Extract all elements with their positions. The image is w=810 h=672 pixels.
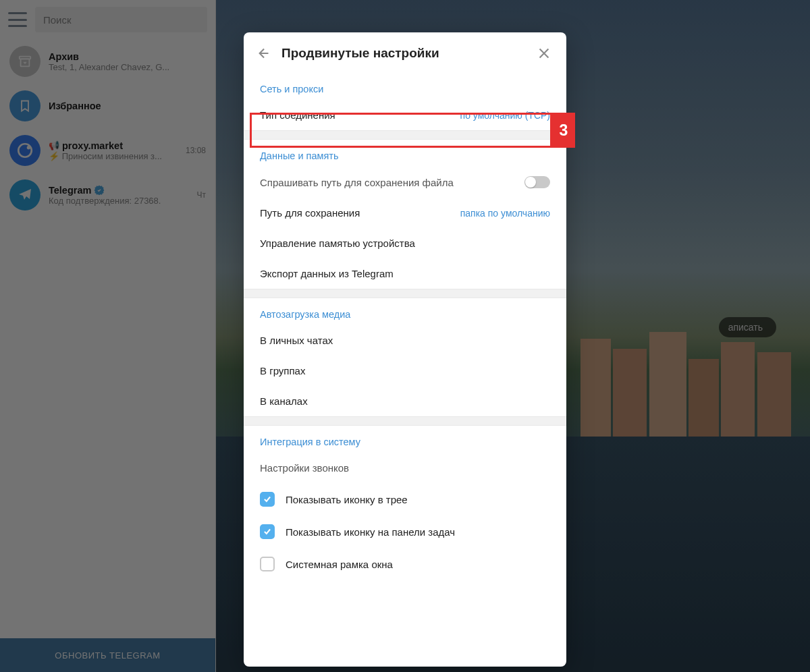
- call-settings-row[interactable]: Настройки звонков: [244, 453, 566, 483]
- section-title-data: Данные и память: [244, 140, 566, 167]
- native-frame-row[interactable]: Системная рамка окна: [244, 548, 566, 580]
- autoload-private-row[interactable]: В личных чатах: [244, 325, 566, 356]
- row-label: Спрашивать путь для сохранения файла: [260, 177, 454, 188]
- checkbox[interactable]: [260, 524, 275, 539]
- row-label: Экспорт данных из Telegram: [260, 268, 394, 279]
- toggle-switch[interactable]: [524, 176, 550, 188]
- checkbox[interactable]: [260, 557, 275, 571]
- export-data-row[interactable]: Экспорт данных из Telegram: [244, 258, 566, 289]
- manage-memory-row[interactable]: Управление памятью устройства: [244, 228, 566, 258]
- app-root: Поиск Архив Test, 1, Alexander Chavez, G…: [0, 0, 810, 672]
- section-title-autoload: Автозагрузка медиа: [244, 298, 566, 325]
- modal-overlay[interactable]: Продвинутые настройки Сеть и прокси Тип …: [0, 0, 810, 672]
- tray-icon-row[interactable]: Показывать иконку в трее: [244, 483, 566, 515]
- row-value: папка по умолчанию: [460, 208, 550, 219]
- close-button[interactable]: [537, 46, 551, 61]
- save-path-row[interactable]: Путь для сохранения папка по умолчанию: [244, 198, 566, 228]
- connection-type-row[interactable]: Тип соединения по умолчанию (TCP): [244, 100, 566, 130]
- section-title-network: Сеть и прокси: [244, 73, 566, 100]
- row-label: Управление памятью устройства: [260, 237, 415, 249]
- modal-title: Продвинутые настройки: [281, 46, 527, 61]
- ask-save-path-row[interactable]: Спрашивать путь для сохранения файла: [244, 167, 566, 198]
- modal-header: Продвинутые настройки: [244, 32, 566, 73]
- section-title-system: Интеграция в систему: [244, 426, 566, 453]
- advanced-settings-modal: Продвинутые настройки Сеть и прокси Тип …: [244, 32, 566, 667]
- checkbox[interactable]: [260, 492, 275, 507]
- back-button[interactable]: [257, 46, 272, 61]
- row-label: Тип соединения: [260, 109, 335, 121]
- row-label: Путь для сохранения: [260, 207, 360, 219]
- modal-body: Сеть и прокси Тип соединения по умолчани…: [244, 73, 566, 667]
- annotation-badge: 3: [552, 113, 575, 148]
- taskbar-icon-row[interactable]: Показывать иконку на панели задач: [244, 515, 566, 548]
- row-value: по умолчанию (TCP): [460, 110, 550, 121]
- autoload-groups-row[interactable]: В группах: [244, 356, 566, 386]
- autoload-channels-row[interactable]: В каналах: [244, 386, 566, 416]
